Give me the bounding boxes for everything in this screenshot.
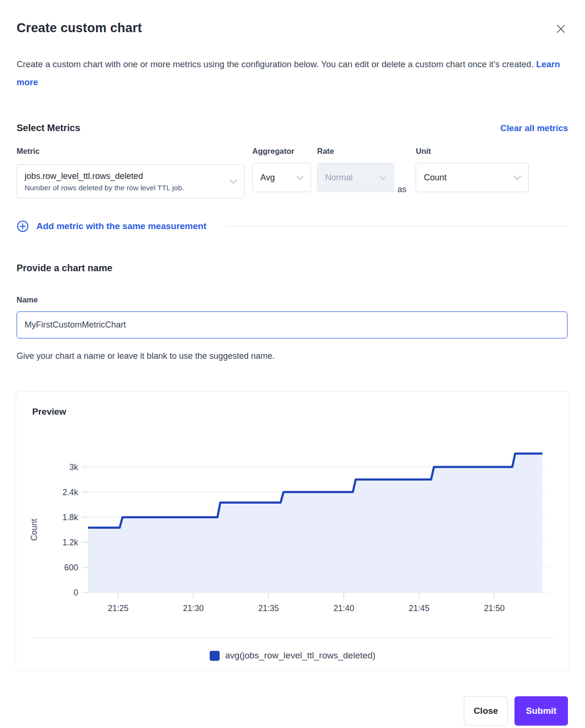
create-custom-chart-modal: Create custom chart Create a custom char… [0,0,585,726]
unit-value: Count [424,173,446,183]
svg-text:2.4k: 2.4k [62,488,78,497]
svg-text:21:45: 21:45 [408,604,429,613]
legend-label: avg(jobs_row_level_ttl_rows_deleted) [225,650,376,661]
add-metric-row: Add metric with the same measurement [17,220,568,232]
svg-text:21:50: 21:50 [484,604,505,613]
aggregator-select[interactable]: Avg [252,163,311,192]
svg-text:1.2k: 1.2k [62,538,78,547]
chevron-down-icon [513,173,522,183]
svg-text:21:25: 21:25 [108,604,129,613]
rate-label: Rate [317,147,394,156]
preview-chart: 06001.2k1.8k2.4k3k21:2521:3021:3521:4021… [16,417,569,616]
plus-circle-icon [17,220,29,232]
svg-text:Count: Count [29,519,39,541]
chart-name-heading: Provide a chart name [17,263,568,274]
chevron-down-icon [229,178,238,186]
metric-select-description: Number of rows deleted by the row level … [25,184,184,192]
metric-config-row: Metric jobs.row_level_ttl.rows_deleted N… [17,147,568,198]
modal-header: Create custom chart [17,21,568,37]
add-metric-label: Add metric with the same measurement [36,221,206,231]
aggregator-label: Aggregator [252,147,311,156]
close-button[interactable]: Close [464,696,508,726]
metric-select-value: jobs.row_level_ttl.rows_deleted [25,171,184,181]
metric-label: Metric [17,147,245,156]
aggregator-value: Avg [260,173,275,183]
as-label: as [398,185,406,195]
svg-text:3k: 3k [70,462,79,472]
description-text: Create a custom chart with one or more m… [17,59,534,69]
chevron-down-icon [380,173,387,183]
chart-legend: avg(jobs_row_level_ttl_rows_deleted) [16,649,569,662]
preview-card: Preview 06001.2k1.8k2.4k3k21:2521:3021:3… [16,391,569,671]
clear-all-metrics-link[interactable]: Clear all metrics [500,123,568,133]
preview-heading: Preview [32,407,569,417]
select-metrics-heading: Select Metrics [17,123,80,133]
divider [225,226,568,227]
page-title: Create custom chart [17,21,142,36]
unit-label: Unit [416,147,529,156]
chevron-down-icon [296,173,304,183]
modal-description: Create a custom chart with one or more m… [17,55,563,91]
svg-text:1.8k: 1.8k [62,513,78,522]
svg-text:21:35: 21:35 [258,604,279,613]
metric-select[interactable]: jobs.row_level_ttl.rows_deleted Number o… [17,164,245,198]
svg-text:0: 0 [73,588,78,597]
svg-text:21:40: 21:40 [333,604,354,613]
rate-select-disabled: Normal [317,163,394,192]
divider [31,638,554,638]
modal-footer: Close Submit [17,696,568,726]
close-icon[interactable] [554,22,568,37]
chart-name-input[interactable] [17,311,567,338]
unit-select[interactable]: Count [416,163,529,192]
submit-button[interactable]: Submit [514,696,568,726]
name-helper-text: Give your chart a name or leave it blank… [17,351,568,361]
svg-text:600: 600 [64,563,78,572]
add-metric-link[interactable]: Add metric with the same measurement [17,220,206,232]
select-metrics-header: Select Metrics Clear all metrics [17,123,568,133]
name-label: Name [17,295,568,304]
svg-text:21:30: 21:30 [183,604,204,613]
legend-swatch [210,651,220,661]
rate-value: Normal [325,173,353,183]
